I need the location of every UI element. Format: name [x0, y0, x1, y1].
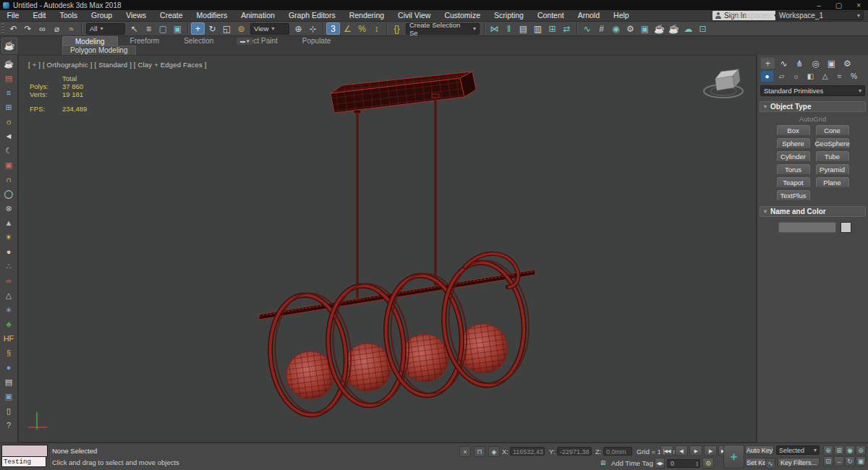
menu-customize[interactable]: Customize [438, 10, 488, 21]
window-layout-icon[interactable]: ▤ [1, 71, 17, 85]
z-coordinate-field[interactable]: 0,0mm [603, 447, 632, 456]
y-coordinate-field[interactable]: -22971,38 [557, 447, 592, 456]
menu-group[interactable]: Group [85, 10, 119, 21]
next-frame-button[interactable]: |▶ [704, 445, 717, 456]
spotlight-icon[interactable]: ◄ [1, 129, 17, 143]
close-button[interactable]: × [856, 1, 861, 9]
button-geosphere[interactable]: GeoSphere [816, 138, 849, 149]
scene-list-icon[interactable]: ≡ [1, 85, 17, 100]
previous-frame-button[interactable]: ◀| [675, 445, 688, 456]
redo-icon[interactable]: ↷ [21, 22, 35, 35]
document-icon[interactable]: ▯ [1, 403, 17, 418]
auto-key-button[interactable]: Auto Key [745, 445, 774, 455]
object-type-rollout-header[interactable]: ▾ Object Type [760, 101, 866, 112]
render-production-icon[interactable]: ☕ [652, 22, 666, 35]
tab-modeling[interactable]: Modeling [62, 36, 118, 46]
rendered-frame-window-icon[interactable]: ▣ [638, 22, 652, 35]
x-coordinate-field[interactable]: 116532,43 [510, 447, 545, 456]
selection-lock-icon[interactable]: ⊓ [474, 446, 485, 457]
menu-animation[interactable]: Animation [234, 10, 282, 21]
absolute-mode-icon[interactable]: ◈ [488, 446, 500, 457]
menu-scripting[interactable]: Scripting [488, 10, 531, 21]
spinner-snap-icon[interactable]: ↕ [370, 22, 383, 35]
chandelier-model[interactable] [19, 56, 757, 443]
maximize-viewport-icon[interactable]: ▣ [856, 456, 866, 466]
maxscript-listener-input[interactable]: Testing for ; [1, 456, 46, 467]
button-sphere[interactable]: Sphere [777, 138, 810, 149]
zoom-extents-all-icon[interactable]: ⊚ [856, 445, 866, 456]
bind-to-space-warp-icon[interactable]: ≈ [64, 22, 78, 35]
use-pivot-point-icon[interactable]: ⊕ [292, 22, 305, 35]
cp-cat-lights[interactable]: ☼ [790, 71, 802, 82]
menu-file[interactable]: File [0, 10, 26, 21]
select-by-name-icon[interactable]: ≡ [142, 22, 156, 35]
percent-snap-icon[interactable]: % [355, 22, 369, 35]
dome-icon[interactable]: ∩ [1, 172, 17, 187]
render-setup-icon[interactable]: ⚙ [624, 22, 637, 35]
cp-cat-space-warps[interactable]: ≈ [833, 71, 846, 82]
button-plane[interactable]: Plane [816, 177, 849, 188]
help-icon[interactable]: ? [1, 418, 17, 432]
sphere-tan-icon[interactable]: ● [1, 244, 17, 259]
zoom-region-icon[interactable]: ⊡ [823, 456, 833, 466]
cp-cat-helpers[interactable]: △ [819, 71, 831, 82]
camera-icon[interactable]: ▣ [1, 158, 17, 172]
key-selection-dropdown[interactable]: Selected ▾ [776, 445, 820, 455]
cone-icon[interactable]: ▲ [1, 215, 17, 230]
select-and-link-icon[interactable]: ∞ [35, 22, 49, 35]
sphere-white-icon[interactable]: ◯ [1, 187, 17, 201]
cp-tab-modify[interactable]: ∿ [777, 58, 791, 69]
menu-content[interactable]: Content [530, 10, 571, 21]
select-and-rotate-icon[interactable]: ↻ [205, 22, 219, 35]
curve-editor-icon[interactable]: ∿ [580, 22, 594, 35]
cp-tab-display[interactable]: ▣ [825, 58, 838, 69]
window-crossing-icon[interactable]: ▣ [171, 22, 184, 35]
menu-rendering[interactable]: Rendering [342, 10, 391, 21]
object-name-field[interactable] [778, 222, 836, 233]
current-frame-field[interactable]: 0 ▴▾ [667, 459, 700, 468]
snaps-toggle-icon[interactable]: 3 [326, 22, 340, 35]
menu-edit[interactable]: Edit [26, 10, 53, 21]
zoom-all-icon[interactable]: ⊞ [834, 445, 844, 456]
knot-icon[interactable]: § [1, 346, 17, 360]
frame-spinner[interactable]: ▴▾ [696, 461, 698, 466]
toolbar-grip[interactable] [1, 23, 4, 35]
ribbon-launcher-button[interactable]: ☕ [1, 38, 17, 54]
cp-cat-shapes[interactable]: ▱ [775, 71, 788, 82]
particles-icon[interactable]: ∴ [1, 259, 17, 273]
play-button[interactable]: ▶ [689, 445, 702, 456]
grid-array-icon[interactable]: ⊞ [1, 100, 17, 114]
viewport[interactable]: [ + ] [ Orthographic ] [ Standard ] [ Cl… [18, 55, 757, 443]
render-iterative-icon[interactable]: ☕ [667, 22, 681, 35]
clipboard-icon[interactable]: ▤ [1, 375, 17, 389]
button-teapot[interactable]: Teapot [777, 177, 810, 188]
align-icon[interactable]: ‖ [502, 22, 516, 35]
render-in-cloud-icon[interactable]: ☁ [681, 22, 695, 35]
cp-tab-create[interactable]: + [761, 58, 775, 69]
tab-object-paint[interactable]: Object Paint [226, 36, 289, 46]
named-selection-sets-icon[interactable]: {} [390, 22, 404, 35]
object-color-swatch[interactable] [841, 222, 851, 233]
viewcube[interactable] [699, 61, 747, 102]
undo-icon[interactable]: ↶ [7, 22, 20, 35]
polygon-modeling-panel[interactable]: Polygon Modeling [62, 46, 136, 55]
menu-arnold[interactable]: Arnold [571, 10, 606, 21]
blob-icon[interactable]: ∗ [1, 302, 17, 317]
menu-views[interactable]: Views [119, 10, 153, 21]
sun-icon[interactable]: ☀ [1, 230, 17, 244]
menu-tools[interactable]: Tools [53, 10, 85, 21]
button-tube[interactable]: Tube [816, 151, 849, 162]
material-editor-icon[interactable]: ◉ [609, 22, 623, 35]
angle-snap-icon[interactable]: ∠ [341, 22, 354, 35]
primitive-category-dropdown[interactable]: Standard Primitives ▾ [760, 85, 865, 96]
ribbon-display-toggle[interactable]: ▬ ▾ [237, 38, 252, 45]
add-time-tag[interactable]: Add Time Tag [611, 459, 653, 467]
cp-cat-systems[interactable]: % [848, 71, 860, 82]
select-and-scale-icon[interactable]: ◱ [220, 22, 234, 35]
mirror-icon[interactable]: ⋈ [488, 22, 501, 35]
button-textplus[interactable]: TextPlus [777, 190, 810, 201]
set-keys-button[interactable]: + [723, 445, 744, 469]
sphere-blue-icon[interactable]: ● [1, 360, 17, 375]
default-tangent-icon[interactable]: ∿ [765, 458, 775, 469]
moon-icon[interactable]: ☾ [1, 143, 17, 158]
